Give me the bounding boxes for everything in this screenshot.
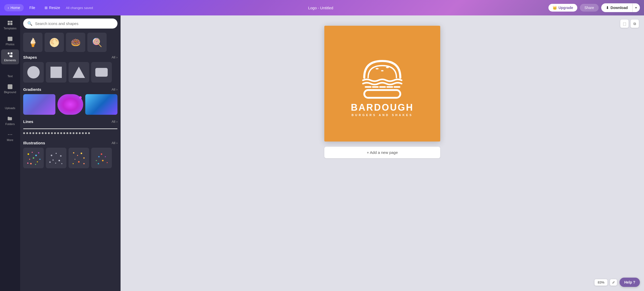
zoom-expand-button[interactable]: ⤢	[610, 279, 617, 286]
canvas-document[interactable]: BARDOUGH BURGERS AND SHAKES	[324, 26, 440, 142]
share-button[interactable]: Share	[580, 4, 599, 12]
shape-square[interactable]	[46, 62, 66, 83]
copy-button[interactable]: ⧉	[631, 20, 639, 28]
background-icon	[7, 84, 13, 90]
dot-2	[26, 132, 28, 134]
dot-13	[60, 132, 62, 134]
dot-16	[70, 132, 71, 134]
svg-point-33	[58, 160, 60, 161]
svg-point-34	[55, 163, 56, 164]
chevron-left-icon: ‹	[8, 6, 9, 10]
dot-18	[76, 132, 78, 134]
food-icon-4[interactable]: 🍭	[87, 33, 107, 52]
download-button[interactable]: ⬇ Download	[601, 3, 632, 12]
svg-point-46	[105, 156, 106, 157]
sidebar-item-more[interactable]: More	[1, 129, 19, 144]
brand-subtitle: BURGERS AND SHAKES	[352, 113, 413, 117]
illustration-3[interactable]	[69, 148, 89, 168]
gradient-blue-purple[interactable]	[23, 94, 55, 115]
lines-title: Lines	[23, 119, 33, 124]
illustration-1[interactable]	[23, 148, 44, 168]
search-input[interactable]	[35, 21, 113, 26]
svg-point-11	[8, 134, 9, 135]
download-icon: ⬇	[606, 6, 609, 10]
illustration-2[interactable]	[46, 148, 66, 168]
svg-point-28	[35, 164, 36, 165]
folder-icon	[7, 116, 13, 121]
shapes-all-label: All	[112, 55, 115, 59]
shape-triangle[interactable]	[69, 62, 89, 83]
upgrade-button[interactable]: 👑 Upgrade	[548, 4, 577, 12]
home-button[interactable]: ‹ Home	[4, 4, 24, 11]
help-button[interactable]: Help ?	[620, 278, 640, 287]
dot-15	[66, 132, 68, 134]
sidebar-item-text[interactable]: Text	[1, 65, 19, 80]
resize-label: Resize	[49, 6, 60, 10]
dot-10	[51, 132, 53, 134]
sidebar-item-background[interactable]: Bkground	[1, 81, 19, 96]
svg-point-26	[39, 159, 40, 160]
svg-point-44	[83, 163, 85, 164]
more-icon	[7, 132, 13, 137]
dot-12	[57, 132, 59, 134]
gradients-section: Gradients All ›	[23, 87, 117, 115]
illustrations-all-label: All	[112, 141, 115, 145]
illustration-4[interactable]	[91, 148, 112, 168]
svg-point-24	[37, 161, 38, 162]
share-label: Share	[584, 6, 594, 10]
canvas-controls: ⬚ ⧉	[620, 20, 639, 28]
dot-17	[73, 132, 74, 134]
sidebar-item-uploads[interactable]: Uploads	[1, 97, 19, 112]
svg-rect-4	[8, 37, 12, 41]
dot-7	[42, 132, 44, 134]
dots-illustration-4	[94, 150, 109, 166]
square-shape	[49, 65, 63, 79]
gradients-all-chevron: ›	[116, 87, 117, 91]
food-icon-2[interactable]: 🌕	[45, 33, 64, 52]
download-caret-button[interactable]: ▾	[632, 3, 640, 12]
shape-rounded-rect[interactable]	[91, 62, 112, 83]
svg-point-19	[32, 152, 33, 153]
lines-all-button[interactable]: All ›	[112, 120, 117, 124]
line-dotted[interactable]	[23, 132, 117, 134]
food-icon-3[interactable]: 🍩	[66, 33, 85, 52]
add-page-button[interactable]: + Add a new page	[324, 147, 440, 158]
circle-shape	[27, 65, 40, 79]
sidebar-item-photos[interactable]: Photos	[1, 33, 19, 48]
lines-all-label: All	[112, 120, 115, 124]
svg-point-27	[30, 163, 32, 164]
text-icon	[7, 68, 13, 74]
lines-all-chevron: ›	[116, 120, 117, 124]
illustrations-all-button[interactable]: All ›	[112, 141, 117, 145]
svg-point-30	[56, 153, 57, 154]
illustrations-all-chevron: ›	[116, 141, 117, 145]
svg-point-20	[35, 155, 37, 156]
sidebar-item-folders[interactable]: Folders	[1, 113, 19, 128]
resize-button[interactable]: ⊞ Resize	[41, 4, 64, 11]
gradient-dot-accent	[79, 96, 82, 99]
svg-point-54	[381, 70, 384, 72]
header-right: 👑 Upgrade Share ⬇ Download ▾	[548, 3, 640, 12]
shapes-all-button[interactable]: All ›	[112, 55, 117, 59]
file-button[interactable]: File	[26, 4, 39, 11]
lines-items	[23, 126, 117, 136]
dot-3	[29, 132, 31, 134]
sidebar-item-elements[interactable]: Elements	[1, 49, 19, 64]
shape-circle[interactable]	[23, 62, 44, 83]
food-icon-1[interactable]: 🍦	[23, 33, 43, 52]
frame-view-button[interactable]: ⬚	[620, 20, 629, 28]
svg-point-21	[29, 159, 30, 160]
bottom-bar: 83% ⤢ Help ?	[595, 278, 640, 287]
shapes-title: Shapes	[23, 55, 37, 59]
sidebar-item-templates[interactable]: Templates	[1, 17, 19, 32]
svg-point-45	[101, 153, 102, 155]
add-page-label: + Add a new page	[367, 150, 398, 155]
gradients-all-button[interactable]: All ›	[112, 87, 117, 91]
line-solid[interactable]	[23, 128, 117, 129]
search-bar[interactable]: 🔍	[23, 19, 117, 29]
download-group: ⬇ Download ▾	[601, 3, 640, 12]
uploads-label: Uploads	[5, 107, 15, 110]
gradient-teal-blue[interactable]	[85, 94, 117, 115]
svg-rect-8	[11, 55, 12, 57]
saved-status: All changes saved	[66, 6, 93, 10]
